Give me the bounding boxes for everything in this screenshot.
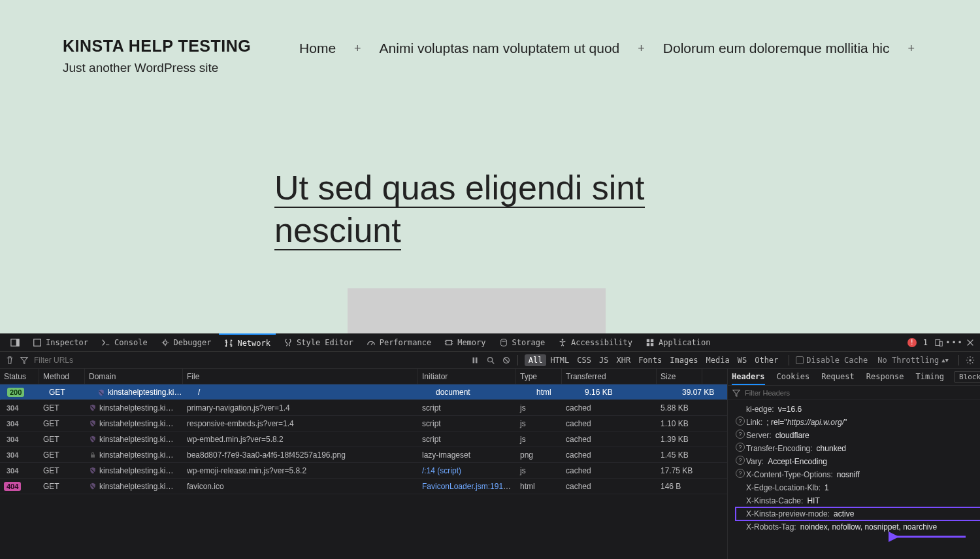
nav-home[interactable]: Home [299, 41, 336, 56]
type-filter-html[interactable]: HTML [546, 354, 573, 366]
detail-tab-cookies[interactable]: Cookies [777, 369, 810, 385]
detail-tab-response[interactable]: Response [866, 369, 904, 385]
svg-rect-7 [647, 339, 649, 341]
detail-tabs: HeadersCookiesRequestResponseTiming Bloc… [728, 369, 980, 386]
tab-debugger[interactable]: Debugger [155, 333, 217, 352]
submenu-toggle-icon[interactable]: + [635, 42, 647, 56]
shield-icon [89, 404, 97, 412]
request-row[interactable]: 304GETkinstahelptesting.ki…wp-emoji-rele… [0, 463, 727, 479]
response-header: ki-edge:v=16.6 [736, 403, 980, 416]
detail-tab-headers[interactable]: Headers [732, 369, 765, 385]
dock-toggle-icon[interactable] [5, 333, 25, 352]
site-tagline: Just another WordPress site [63, 61, 251, 75]
column-header[interactable]: Status [0, 369, 39, 384]
tab-performance[interactable]: Performance [361, 333, 436, 352]
response-header: X-Edge-Location-Klb:1 [736, 481, 980, 494]
type-filter-css[interactable]: CSS [573, 354, 595, 366]
request-row[interactable]: 304GETkinstahelptesting.ki…primary-navig… [0, 400, 727, 416]
request-row[interactable]: 304GETkinstahelptesting.ki…bea8d807-f7e9… [0, 447, 727, 463]
site-header: KINSTA HELP TESTING Just another WordPre… [0, 0, 980, 75]
column-header[interactable]: Transferred [562, 369, 657, 384]
filter-headers-input[interactable] [745, 389, 980, 397]
response-header: Vary:Accept-Encoding [736, 455, 980, 468]
column-header[interactable]: Size [657, 369, 702, 384]
nav-item-2[interactable]: Animi voluptas nam voluptatem ut quod [380, 41, 620, 56]
tab-network[interactable]: Network [219, 333, 276, 352]
search-icon[interactable] [486, 356, 495, 365]
throttling-select[interactable]: No Throttling▲▼ [874, 354, 952, 367]
pause-icon[interactable] [470, 356, 480, 365]
svg-point-3 [163, 341, 167, 344]
tab-accessibility[interactable]: Accessibility [553, 333, 638, 352]
type-filter-ws[interactable]: WS [734, 354, 751, 366]
shield-icon [97, 389, 105, 397]
response-header: Transfer-Encoding:chunked [736, 442, 980, 455]
network-filter-bar: AllHTMLCSSJSXHRFontsImagesMediaWSOther D… [0, 352, 980, 369]
devtools-toolbar: Inspector Console Debugger Network Style… [0, 333, 980, 352]
tab-application[interactable]: Application [640, 333, 715, 352]
tab-storage[interactable]: Storage [494, 333, 551, 352]
block-button[interactable]: Block [955, 371, 980, 382]
svg-point-15 [487, 357, 492, 362]
response-header: X-Content-Type-Options:nosniff [736, 468, 980, 481]
response-header: X-Kinsta-preview-mode:active [736, 507, 980, 520]
detail-tab-request[interactable]: Request [821, 369, 855, 385]
type-filter-media[interactable]: Media [702, 354, 734, 366]
tab-inspector[interactable]: Inspector [27, 333, 93, 352]
type-filter-images[interactable]: Images [666, 354, 702, 366]
type-filter-other[interactable]: Other [751, 354, 782, 366]
shield-icon [89, 467, 97, 475]
type-filter-all[interactable]: All [525, 354, 547, 366]
svg-rect-2 [34, 339, 41, 346]
filter-icon[interactable] [732, 388, 741, 398]
network-table: StatusMethodDomainFileInitiatorTypeTrans… [0, 369, 728, 559]
tab-console[interactable]: Console [96, 333, 153, 352]
response-header: Server:cloudflare [736, 429, 980, 442]
meatball-menu-icon[interactable]: ••• [950, 338, 959, 347]
svg-rect-14 [476, 357, 478, 363]
request-row[interactable]: 404GETkinstahelptesting.ki…favicon.icoFa… [0, 479, 727, 494]
svg-rect-8 [651, 339, 653, 341]
response-headers-list: ki-edge:v=16.6Link:; rel="https://api.w.… [728, 400, 980, 539]
nav-item-3[interactable]: Dolorum eum doloremque mollitia hic [663, 41, 890, 56]
submenu-toggle-icon[interactable]: + [351, 42, 364, 56]
post: Ut sed quas eligendi sint nesciunt [274, 167, 732, 341]
responsive-design-icon[interactable] [934, 338, 943, 347]
site-title[interactable]: KINSTA HELP TESTING [63, 37, 251, 56]
disable-cache-checkbox[interactable]: Disable Cache [796, 356, 868, 365]
gear-icon[interactable] [966, 356, 975, 365]
detail-tab-timing[interactable]: Timing [916, 369, 944, 385]
submenu-toggle-icon[interactable]: + [905, 42, 917, 56]
shield-icon [89, 483, 97, 490]
request-row[interactable]: 200GETkinstahelptesting.ki…/documenthtml… [0, 384, 727, 400]
error-count-badge[interactable]: ! [907, 338, 917, 347]
shield-icon [89, 435, 97, 443]
svg-rect-1 [16, 339, 19, 346]
shield-icon [89, 420, 97, 428]
column-header[interactable]: Initiator [418, 369, 516, 384]
close-icon[interactable] [966, 338, 975, 347]
svg-point-6 [562, 339, 564, 341]
response-header: Link:; rel="https://api.w.org/" [736, 416, 980, 429]
block-icon[interactable] [502, 356, 511, 365]
column-header[interactable]: Method [39, 369, 85, 384]
svg-rect-9 [647, 343, 649, 345]
type-filter-fonts[interactable]: Fonts [634, 354, 666, 366]
request-row[interactable]: 304GETkinstahelptesting.ki…wp-embed.min.… [0, 432, 727, 447]
column-header[interactable]: Domain [85, 369, 183, 384]
clear-icon[interactable] [5, 356, 14, 365]
type-filter-xhr[interactable]: XHR [612, 354, 634, 366]
table-header-row: StatusMethodDomainFileInitiatorTypeTrans… [0, 369, 727, 384]
tab-memory[interactable]: Memory [439, 333, 491, 352]
post-title[interactable]: Ut sed quas eligendi sint nesciunt [274, 167, 732, 252]
type-filter-js[interactable]: JS [595, 354, 612, 366]
filter-urls-input[interactable] [34, 356, 125, 365]
svg-rect-4 [446, 340, 452, 345]
tab-style-editor[interactable]: Style Editor [278, 333, 359, 352]
request-detail-pane: HeadersCookiesRequestResponseTiming Bloc… [728, 369, 980, 559]
filter-icon[interactable] [20, 356, 29, 365]
error-count: 1 [923, 338, 928, 347]
column-header[interactable]: Type [516, 369, 562, 384]
request-row[interactable]: 304GETkinstahelptesting.ki…responsive-em… [0, 416, 727, 432]
column-header[interactable]: File [183, 369, 418, 384]
